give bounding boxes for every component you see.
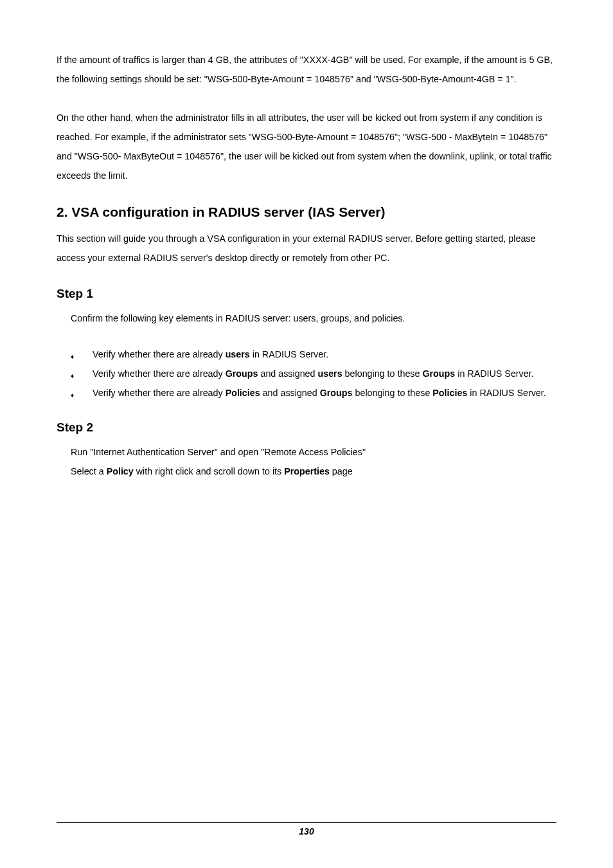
bold-groups: Groups [320,388,353,398]
text: in RADIUS Server. [467,388,546,398]
step2-line1: Run "Internet Authentication Server" and… [71,442,556,462]
bold-policies: Policies [226,388,260,398]
page-footer: 130 [57,822,556,837]
text: belonging to these [353,388,433,398]
page-number: 130 [299,826,314,836]
step2-content: Run "Internet Authentication Server" and… [57,442,556,481]
paragraph-2: On the other hand, when the administrato… [57,108,556,185]
bold-properties: Properties [284,466,330,476]
text: Verify whether there are already [93,368,226,379]
list-item: Verify whether there are already Policie… [71,383,556,402]
text: page [330,466,353,476]
bold-users: users [317,368,342,379]
bold-groups: Groups [226,368,258,379]
bold-groups: Groups [422,368,455,379]
text: Verify whether there are already [93,349,226,359]
text: Verify whether there are already [93,388,226,398]
paragraph-1: If the amount of traffics is larger than… [57,50,556,89]
list-item: Verify whether there are already Groups … [71,364,556,383]
step2-line2: Select a Policy with right click and scr… [71,462,556,481]
bold-policies: Policies [432,388,467,398]
text: and assigned [258,368,317,379]
text: and assigned [260,388,320,398]
bold-users: users [226,349,250,359]
paragraph-3: This section will guide you through a VS… [57,229,556,267]
list-item: Verify whether there are already users i… [71,345,556,364]
text: belonging to these [342,368,423,379]
text: in RADIUS Server. [455,368,533,379]
text: in RADIUS Server. [250,349,328,359]
heading-step-1: Step 1 [57,287,556,301]
heading-vsa-config: 2. VSA configuration in RADIUS server (I… [57,204,556,220]
text: with right click and scroll down to its [134,466,284,476]
heading-step-2: Step 2 [57,420,556,435]
step1-intro: Confirm the following key elements in RA… [57,309,556,328]
text: Select a [71,466,107,476]
bold-policy: Policy [107,466,134,476]
step1-bullet-list: Verify whether there are already users i… [57,345,556,402]
